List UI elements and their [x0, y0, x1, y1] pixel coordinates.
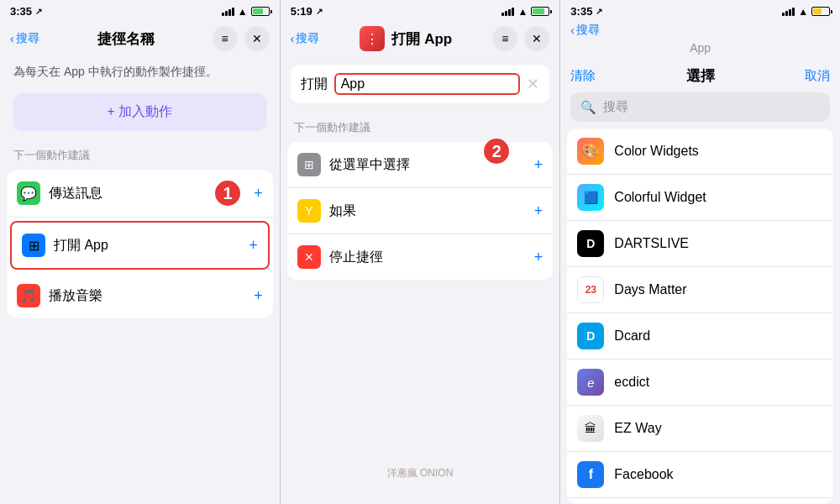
suggestions-label: 下一個動作建議: [281, 110, 560, 142]
location-arrow-icon-2: ↗: [316, 7, 323, 16]
ecdict-name: ecdict: [614, 375, 823, 390]
watermark-area: 洋蔥瘋 ONION: [281, 280, 560, 504]
search-placeholder: 搜尋: [603, 99, 628, 115]
add-play-music-button[interactable]: +: [254, 287, 263, 305]
nav-actions-panel2: ≡ ✕: [492, 26, 549, 51]
back-button-panel1[interactable]: ‹ 搜尋: [10, 31, 39, 46]
status-time-panel1: 3:35: [10, 5, 32, 18]
close-button-panel2[interactable]: ✕: [524, 26, 549, 51]
play-music-icon: 🎵: [17, 284, 40, 307]
add-from-list-button[interactable]: +: [534, 156, 543, 174]
clear-input-button[interactable]: ✕: [527, 75, 539, 93]
days-matter-icon: 23: [577, 276, 604, 303]
from-list-icon: ⊞: [297, 153, 321, 176]
app-item-days-matter[interactable]: 23 Days Matter: [567, 267, 833, 313]
add-send-message-button[interactable]: +: [254, 185, 263, 202]
stop-icon: ✕: [297, 245, 321, 269]
back-chevron-icon-3: ‹: [570, 24, 575, 37]
suggestion-stop[interactable]: ✕ 停止捷徑 +: [287, 234, 554, 280]
color-widgets-icon: 🎨: [577, 138, 604, 165]
nav-actions-panel1: ≡ ✕: [213, 26, 270, 51]
if-label: 如果: [329, 202, 534, 220]
if-icon: Y: [297, 199, 321, 223]
close-button-panel1[interactable]: ✕: [244, 26, 270, 51]
panel-app-list: 3:35 ↗ ▲ ‹ 搜尋 App 清除 選擇 取消: [560, 0, 840, 504]
action-item-open-app[interactable]: ⊞ 打開 App +: [10, 221, 270, 270]
status-right-panel3: ▲: [782, 6, 830, 18]
action-item-send-message[interactable]: 💬 傳送訊息 1 +: [7, 170, 273, 218]
status-time-panel2: 5:19: [291, 5, 312, 18]
section-label-panel1: 下一個動作建議: [0, 148, 280, 170]
back-label-panel1: 搜尋: [16, 31, 39, 46]
battery-icon-2: [531, 7, 549, 16]
app-input-field[interactable]: App: [334, 73, 521, 95]
wifi-icon-2: ▲: [517, 6, 528, 18]
settings-button-panel1[interactable]: ≡: [213, 26, 238, 51]
description-text-panel1: 為每天在 App 中執行的動作製作捷徑。: [0, 58, 280, 93]
back-button-panel2[interactable]: ‹ 搜尋: [291, 31, 320, 46]
back-chevron-icon-2: ‹: [291, 32, 295, 45]
nav-bar-panel1: ‹ 搜尋 捷徑名稱 ≡ ✕: [0, 21, 280, 58]
status-left-panel3: 3:35 ↗: [570, 5, 602, 18]
color-widgets-name: Color Widgets: [614, 144, 823, 159]
ecdict-icon: e: [577, 369, 604, 396]
wifi-icon: ▲: [238, 6, 248, 18]
back-chevron-icon: ‹: [10, 32, 14, 45]
dartslive-icon: D: [577, 230, 604, 257]
app-item-color-widgets[interactable]: 🎨 Color Widgets: [567, 129, 833, 175]
app-item-dcard[interactable]: D Dcard: [567, 313, 833, 360]
suggestion-if[interactable]: Y 如果 +: [287, 188, 554, 234]
add-stop-button[interactable]: +: [534, 249, 543, 266]
action-item-play-music[interactable]: 🎵 播放音樂 +: [7, 273, 273, 318]
status-bar-panel2: 5:19 ↗ ▲: [281, 0, 560, 21]
back-label-panel2: 搜尋: [296, 31, 319, 46]
step-badge-1: 1: [215, 181, 240, 206]
ez-way-icon: 🏛: [577, 415, 604, 442]
status-time-panel3: 3:35: [570, 5, 592, 18]
action-list-panel1: 💬 傳送訊息 1 + ⊞ 打開 App + 🎵 播放音樂 +: [7, 170, 273, 318]
back-label-panel3: 搜尋: [576, 23, 600, 38]
search-icon: 🔍: [580, 100, 596, 115]
status-bar-panel3: 3:35 ↗ ▲: [560, 0, 840, 21]
signal-icon: [222, 8, 234, 16]
add-if-button[interactable]: +: [534, 202, 543, 220]
suggestion-from-list[interactable]: ⊞ 從選單中選擇 +: [287, 142, 554, 188]
status-right-panel1: ▲: [222, 6, 270, 18]
app-item-dartslive[interactable]: D DARTSLIVE: [567, 221, 833, 267]
panel-shortcuts-name: 3:35 ↗ ▲ ‹ 搜尋 捷徑名稱 ≡ ✕ 為每天在 App 中: [0, 0, 281, 504]
signal-icon-2: [501, 8, 514, 16]
dcard-icon: D: [577, 323, 604, 349]
add-open-app-button[interactable]: +: [249, 237, 258, 255]
ez-way-name: EZ Way: [614, 421, 823, 436]
app-item-facebook[interactable]: f Facebook: [567, 452, 833, 498]
battery-icon: [251, 7, 270, 16]
colorful-widget-icon: 🟦: [577, 184, 604, 211]
panel3-back-area: ‹ 搜尋: [560, 21, 840, 38]
cancel-button[interactable]: 取消: [805, 68, 830, 84]
nav-bar-panel2: ‹ 搜尋 ⋮ 打開 App ≡ ✕: [281, 21, 560, 58]
battery-icon-3: [811, 7, 830, 16]
panel1-title: 捷徑名稱: [97, 29, 155, 49]
location-arrow-icon-3: ↗: [596, 7, 602, 16]
app-item-colorful-widget[interactable]: 🟦 Colorful Widget: [567, 175, 833, 221]
add-action-button[interactable]: + 加入動作: [13, 93, 266, 131]
settings-button-panel2[interactable]: ≡: [492, 26, 517, 51]
suggestion-list: ⊞ 從選單中選擇 + Y 如果 + ✕ 停止捷徑 +: [287, 142, 554, 280]
back-button-panel3[interactable]: ‹ 搜尋: [570, 23, 600, 38]
facebook-name: Facebook: [614, 467, 823, 482]
location-arrow-icon: ↗: [35, 7, 42, 16]
app-item-facetime[interactable]: 📹 FaceTime ✓: [567, 498, 833, 504]
status-left-panel1: 3:35 ↗: [10, 5, 42, 18]
play-music-label: 播放音樂: [49, 287, 254, 305]
wifi-icon-3: ▲: [798, 6, 808, 18]
dcard-name: Dcard: [614, 328, 823, 344]
app-input-bar: 打開 App ✕: [291, 65, 550, 103]
search-bar-panel3[interactable]: 🔍 搜尋: [570, 92, 830, 122]
clear-button[interactable]: 清除: [570, 68, 596, 84]
shortcuts-icon-panel2: ⋮: [360, 26, 385, 51]
panel3-nav: 清除 選擇 取消: [560, 61, 840, 92]
app-item-ez-way[interactable]: 🏛 EZ Way: [567, 406, 833, 452]
open-app-label: 打開 App: [54, 237, 249, 255]
days-matter-name: Days Matter: [614, 282, 823, 297]
app-item-ecdict[interactable]: e ecdict: [567, 360, 833, 406]
